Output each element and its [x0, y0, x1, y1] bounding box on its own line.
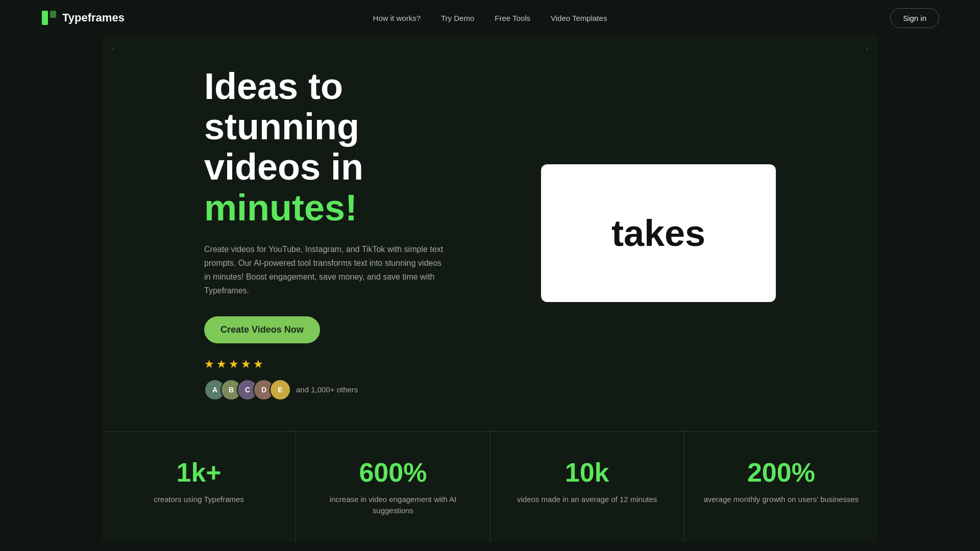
stars-row: ★ ★ ★ ★ ★	[204, 358, 500, 371]
nav-free-tools[interactable]: Free Tools	[495, 14, 530, 22]
hero-title: Ideas to stunning videos in minutes!	[204, 66, 500, 228]
cta-button[interactable]: Create Videos Now	[204, 316, 320, 343]
stat-item-3: 10k videos made in an average of 12 minu…	[491, 432, 684, 542]
svg-rect-0	[42, 11, 48, 25]
stat-number-3: 10k	[506, 457, 669, 488]
hero-title-line2: videos in	[204, 146, 363, 187]
hero-description: Create videos for YouTube, Instagram, an…	[204, 242, 449, 298]
stat-number-4: 200%	[700, 457, 863, 488]
logo[interactable]: Typeframes	[41, 10, 125, 26]
hero-title-highlight: minutes!	[204, 187, 357, 228]
stat-number-1: 1k+	[117, 457, 280, 488]
video-word: takes	[611, 212, 705, 254]
nav-try-demo[interactable]: Try Demo	[441, 14, 474, 22]
logo-icon	[41, 10, 57, 26]
stat-number-2: 600%	[311, 457, 474, 488]
hero-section: Ideas to stunning videos in minutes! Cre…	[102, 36, 878, 431]
stat-label-4: average monthly growth on users' busines…	[700, 494, 863, 506]
bottom-area	[0, 542, 980, 552]
star-2: ★	[216, 358, 227, 371]
star-3: ★	[229, 358, 239, 371]
logo-text: Typeframes	[62, 11, 125, 24]
sign-in-button[interactable]: Sign in	[890, 8, 939, 28]
hero-right: takes	[541, 164, 776, 302]
stat-item-1: 1k+ creators using Typeframes	[102, 432, 296, 542]
stat-label-3: videos made in an average of 12 minutes	[506, 494, 669, 506]
nav-video-templates[interactable]: Video Templates	[551, 14, 607, 22]
avatars-row: A B C D E and 1,000+ others	[204, 379, 500, 400]
stat-label-1: creators using Typeframes	[117, 494, 280, 506]
star-1: ★	[204, 358, 214, 371]
nav-links: How it works? Try Demo Free Tools Video …	[373, 14, 607, 22]
navbar: Typeframes How it works? Try Demo Free T…	[0, 0, 980, 36]
svg-rect-1	[50, 11, 56, 18]
nav-how-it-works[interactable]: How it works?	[373, 14, 421, 22]
others-text: and 1,000+ others	[296, 385, 358, 394]
video-preview: takes	[541, 164, 776, 302]
star-5: ★	[253, 358, 263, 371]
stat-item-4: 200% average monthly growth on users' bu…	[684, 432, 878, 542]
hero-left: Ideas to stunning videos in minutes! Cre…	[204, 66, 500, 400]
stat-item-2: 600% increase in video engagement with A…	[296, 432, 490, 542]
hero-title-line1: Ideas to stunning	[204, 66, 359, 147]
avatar-5: E	[270, 379, 291, 400]
stat-label-2: increase in video engagement with AI sug…	[311, 494, 474, 517]
star-4: ★	[241, 358, 251, 371]
stats-section: 1k+ creators using Typeframes 600% incre…	[102, 431, 878, 542]
